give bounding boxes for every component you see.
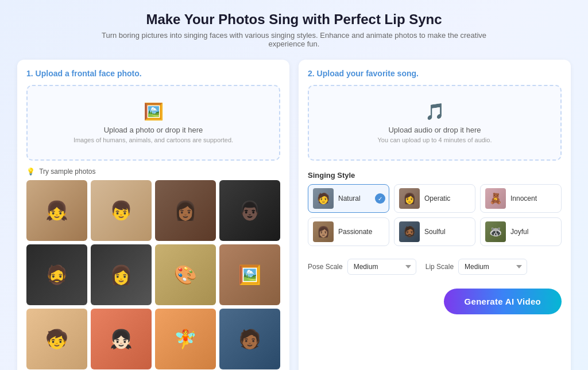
photo-upload-zone[interactable]: 🖼️ Upload a photo or drop it here Images… xyxy=(26,85,280,161)
sample-emoji: 💡 xyxy=(26,168,35,176)
audio-upload-sub-text: You can upload up to 4 minutes of audio. xyxy=(320,137,549,143)
style-name-joyful: Joyful xyxy=(510,228,528,236)
audio-upload-zone[interactable]: 🎵 Upload audio or drop it here You can u… xyxy=(308,85,562,161)
style-soulful[interactable]: 🧔🏾 Soulful xyxy=(394,217,475,246)
main-grid: 1. Upload a frontal face photo. 🖼️ Uploa… xyxy=(17,60,571,370)
scale-row: Pose Scale Low Medium High Lip Scale Low… xyxy=(308,259,562,275)
step1-label: Upload a frontal face photo. xyxy=(36,69,142,78)
sample-photo-2[interactable]: 👦 xyxy=(91,180,152,241)
sample-photo-1[interactable]: 👧 xyxy=(26,180,87,241)
page-title: Make Your Photos Sing with Perfect Lip S… xyxy=(17,11,571,28)
pose-scale-select[interactable]: Low Medium High xyxy=(347,259,416,275)
main-container: Make Your Photos Sing with Perfect Lip S… xyxy=(0,0,588,370)
style-name-soulful: Soulful xyxy=(424,228,446,236)
style-name-passionate: Passionate xyxy=(338,228,372,236)
step1-number: 1. xyxy=(26,69,33,78)
sample-text: Try sample photos xyxy=(39,168,95,176)
sample-photo-4[interactable]: 👨🏿 xyxy=(219,180,280,241)
sample-photo-3[interactable]: 👩🏾 xyxy=(155,180,216,241)
sample-photo-7[interactable]: 🎨 xyxy=(155,244,216,305)
style-operatic[interactable]: 👩 Operatic xyxy=(394,184,475,213)
generate-button[interactable]: Generate AI Video xyxy=(444,289,562,314)
style-thumb-innocent: 🧸 xyxy=(485,188,506,209)
sample-photo-9[interactable]: 🧒 xyxy=(26,309,87,369)
style-name-innocent: Innocent xyxy=(510,194,537,202)
style-thumb-passionate: 👩🏽 xyxy=(313,221,334,242)
style-passionate[interactable]: 👩🏽 Passionate xyxy=(308,217,389,246)
style-grid-row2: 👩🏽 Passionate 🧔🏾 Soulful xyxy=(308,217,562,246)
style-name-operatic: Operatic xyxy=(424,194,450,202)
lip-scale-label: Lip Scale xyxy=(425,263,454,271)
step2-label: Upload your favorite song. xyxy=(317,69,419,78)
photo-upload-main-text: Upload a photo or drop it here xyxy=(39,126,268,134)
sample-photo-12[interactable]: 🧑🏾 xyxy=(219,309,280,369)
sample-photo-5[interactable]: 🧔 xyxy=(26,244,87,305)
sample-label: 💡 Try sample photos xyxy=(26,168,280,176)
sample-photo-11[interactable]: 🧚 xyxy=(155,309,216,369)
right-panel-inner: 2. Upload your favorite song. 🎵 Upload a… xyxy=(308,69,562,314)
pose-scale-group: Pose Scale Low Medium High xyxy=(308,259,416,275)
sample-section: 💡 Try sample photos 👧 👦 👩🏾 👨🏿 xyxy=(26,168,280,370)
singing-style-section: Singing Style 🧑 Natural ✓ xyxy=(308,171,562,251)
pose-scale-label: Pose Scale xyxy=(308,263,343,271)
page-header: Make Your Photos Sing with Perfect Lip S… xyxy=(17,11,571,48)
right-panel: 2. Upload your favorite song. 🎵 Upload a… xyxy=(299,60,571,370)
sample-photo-8[interactable]: 🖼️ xyxy=(219,244,280,305)
style-thumb-soulful: 🧔🏾 xyxy=(399,221,420,242)
lip-scale-select[interactable]: Low Medium High xyxy=(458,259,527,275)
style-thumb-operatic: 👩 xyxy=(399,188,420,209)
upload-photo-title: 1. Upload a frontal face photo. xyxy=(26,69,280,78)
left-panel: 1. Upload a frontal face photo. 🖼️ Uploa… xyxy=(17,60,289,370)
style-natural[interactable]: 🧑 Natural ✓ xyxy=(308,184,389,213)
style-check-natural: ✓ xyxy=(375,193,385,204)
style-grid-row1: 🧑 Natural ✓ 👩 Operatic xyxy=(308,184,562,213)
step2-number: 2. xyxy=(308,69,315,78)
photo-upload-icon: 🖼️ xyxy=(39,102,268,121)
generate-row: Generate AI Video xyxy=(308,289,562,314)
sample-photo-10[interactable]: 👧🏻 xyxy=(91,309,152,369)
audio-upload-main-text: Upload audio or drop it here xyxy=(320,126,549,134)
lip-scale-group: Lip Scale Low Medium High xyxy=(425,259,527,275)
style-name-natural: Natural xyxy=(338,194,361,202)
style-thumb-joyful: 🦝 xyxy=(485,221,506,242)
page-subtitle: Turn boring pictures into singing faces … xyxy=(99,31,489,48)
upload-audio-section: 2. Upload your favorite song. 🎵 Upload a… xyxy=(308,69,562,161)
style-thumb-natural: 🧑 xyxy=(313,188,334,209)
style-joyful[interactable]: 🦝 Joyful xyxy=(480,217,562,246)
singing-style-title: Singing Style xyxy=(308,171,562,180)
upload-audio-title: 2. Upload your favorite song. xyxy=(308,69,562,78)
photos-grid: 👧 👦 👩🏾 👨🏿 🧔 xyxy=(26,180,280,370)
sample-photo-6[interactable]: 👩 xyxy=(91,244,152,305)
photo-upload-sub-text: Images of humans, animals, and cartoons … xyxy=(39,137,268,143)
style-innocent[interactable]: 🧸 Innocent xyxy=(480,184,562,213)
audio-upload-icon: 🎵 xyxy=(320,102,549,121)
